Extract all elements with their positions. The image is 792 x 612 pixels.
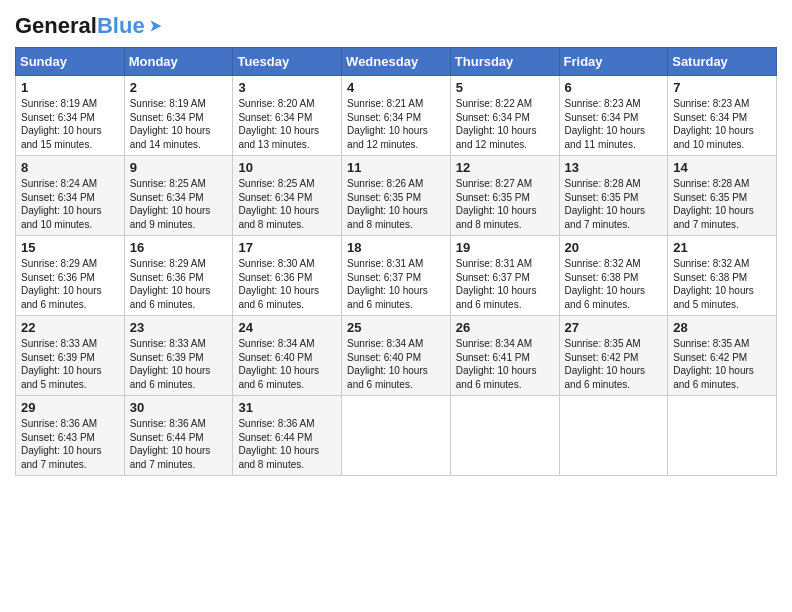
day-number: 10 (238, 160, 336, 175)
calendar-cell: 27Sunrise: 8:35 AMSunset: 6:42 PMDayligh… (559, 316, 668, 396)
calendar-cell: 1Sunrise: 8:19 AMSunset: 6:34 PMDaylight… (16, 76, 125, 156)
weekday-header-row: SundayMondayTuesdayWednesdayThursdayFrid… (16, 48, 777, 76)
day-number: 5 (456, 80, 554, 95)
day-info: Sunrise: 8:29 AMSunset: 6:36 PMDaylight:… (130, 257, 228, 311)
day-info: Sunrise: 8:28 AMSunset: 6:35 PMDaylight:… (565, 177, 663, 231)
day-info: Sunrise: 8:25 AMSunset: 6:34 PMDaylight:… (238, 177, 336, 231)
day-number: 22 (21, 320, 119, 335)
day-info: Sunrise: 8:23 AMSunset: 6:34 PMDaylight:… (673, 97, 771, 151)
calendar-cell: 11Sunrise: 8:26 AMSunset: 6:35 PMDayligh… (342, 156, 451, 236)
calendar-cell (342, 396, 451, 476)
day-info: Sunrise: 8:33 AMSunset: 6:39 PMDaylight:… (21, 337, 119, 391)
day-number: 2 (130, 80, 228, 95)
weekday-header: Friday (559, 48, 668, 76)
calendar-cell: 15Sunrise: 8:29 AMSunset: 6:36 PMDayligh… (16, 236, 125, 316)
calendar-cell: 8Sunrise: 8:24 AMSunset: 6:34 PMDaylight… (16, 156, 125, 236)
logo-text: GeneralBlue (15, 15, 145, 37)
day-info: Sunrise: 8:26 AMSunset: 6:35 PMDaylight:… (347, 177, 445, 231)
day-number: 25 (347, 320, 445, 335)
day-number: 17 (238, 240, 336, 255)
page-header: GeneralBlue (15, 15, 777, 37)
logo: GeneralBlue (15, 15, 165, 37)
day-info: Sunrise: 8:32 AMSunset: 6:38 PMDaylight:… (673, 257, 771, 311)
day-info: Sunrise: 8:30 AMSunset: 6:36 PMDaylight:… (238, 257, 336, 311)
calendar-cell: 10Sunrise: 8:25 AMSunset: 6:34 PMDayligh… (233, 156, 342, 236)
day-info: Sunrise: 8:34 AMSunset: 6:40 PMDaylight:… (347, 337, 445, 391)
calendar-cell: 29Sunrise: 8:36 AMSunset: 6:43 PMDayligh… (16, 396, 125, 476)
calendar-cell: 31Sunrise: 8:36 AMSunset: 6:44 PMDayligh… (233, 396, 342, 476)
calendar-cell (668, 396, 777, 476)
day-info: Sunrise: 8:19 AMSunset: 6:34 PMDaylight:… (21, 97, 119, 151)
day-info: Sunrise: 8:29 AMSunset: 6:36 PMDaylight:… (21, 257, 119, 311)
day-info: Sunrise: 8:31 AMSunset: 6:37 PMDaylight:… (347, 257, 445, 311)
calendar-cell: 18Sunrise: 8:31 AMSunset: 6:37 PMDayligh… (342, 236, 451, 316)
day-number: 14 (673, 160, 771, 175)
day-number: 11 (347, 160, 445, 175)
day-number: 9 (130, 160, 228, 175)
day-number: 23 (130, 320, 228, 335)
calendar-cell: 19Sunrise: 8:31 AMSunset: 6:37 PMDayligh… (450, 236, 559, 316)
day-number: 3 (238, 80, 336, 95)
day-number: 29 (21, 400, 119, 415)
calendar-cell: 6Sunrise: 8:23 AMSunset: 6:34 PMDaylight… (559, 76, 668, 156)
day-info: Sunrise: 8:35 AMSunset: 6:42 PMDaylight:… (565, 337, 663, 391)
day-number: 1 (21, 80, 119, 95)
day-info: Sunrise: 8:19 AMSunset: 6:34 PMDaylight:… (130, 97, 228, 151)
day-number: 24 (238, 320, 336, 335)
day-number: 6 (565, 80, 663, 95)
calendar-cell: 23Sunrise: 8:33 AMSunset: 6:39 PMDayligh… (124, 316, 233, 396)
day-info: Sunrise: 8:22 AMSunset: 6:34 PMDaylight:… (456, 97, 554, 151)
day-info: Sunrise: 8:23 AMSunset: 6:34 PMDaylight:… (565, 97, 663, 151)
calendar-cell (450, 396, 559, 476)
calendar-cell: 7Sunrise: 8:23 AMSunset: 6:34 PMDaylight… (668, 76, 777, 156)
calendar-cell: 24Sunrise: 8:34 AMSunset: 6:40 PMDayligh… (233, 316, 342, 396)
calendar-week-row: 8Sunrise: 8:24 AMSunset: 6:34 PMDaylight… (16, 156, 777, 236)
calendar-cell: 5Sunrise: 8:22 AMSunset: 6:34 PMDaylight… (450, 76, 559, 156)
calendar-week-row: 29Sunrise: 8:36 AMSunset: 6:43 PMDayligh… (16, 396, 777, 476)
calendar-cell: 26Sunrise: 8:34 AMSunset: 6:41 PMDayligh… (450, 316, 559, 396)
calendar-week-row: 22Sunrise: 8:33 AMSunset: 6:39 PMDayligh… (16, 316, 777, 396)
weekday-header: Monday (124, 48, 233, 76)
calendar-cell: 22Sunrise: 8:33 AMSunset: 6:39 PMDayligh… (16, 316, 125, 396)
calendar-cell: 4Sunrise: 8:21 AMSunset: 6:34 PMDaylight… (342, 76, 451, 156)
day-number: 30 (130, 400, 228, 415)
calendar-cell: 13Sunrise: 8:28 AMSunset: 6:35 PMDayligh… (559, 156, 668, 236)
day-number: 4 (347, 80, 445, 95)
day-info: Sunrise: 8:34 AMSunset: 6:41 PMDaylight:… (456, 337, 554, 391)
calendar-cell: 30Sunrise: 8:36 AMSunset: 6:44 PMDayligh… (124, 396, 233, 476)
calendar-week-row: 1Sunrise: 8:19 AMSunset: 6:34 PMDaylight… (16, 76, 777, 156)
calendar-table: SundayMondayTuesdayWednesdayThursdayFrid… (15, 47, 777, 476)
calendar-cell (559, 396, 668, 476)
weekday-header: Saturday (668, 48, 777, 76)
calendar-cell: 21Sunrise: 8:32 AMSunset: 6:38 PMDayligh… (668, 236, 777, 316)
day-number: 21 (673, 240, 771, 255)
day-info: Sunrise: 8:36 AMSunset: 6:44 PMDaylight:… (238, 417, 336, 471)
weekday-header: Tuesday (233, 48, 342, 76)
calendar-cell: 2Sunrise: 8:19 AMSunset: 6:34 PMDaylight… (124, 76, 233, 156)
day-number: 8 (21, 160, 119, 175)
day-info: Sunrise: 8:31 AMSunset: 6:37 PMDaylight:… (456, 257, 554, 311)
calendar-week-row: 15Sunrise: 8:29 AMSunset: 6:36 PMDayligh… (16, 236, 777, 316)
day-number: 13 (565, 160, 663, 175)
logo-icon (147, 17, 165, 35)
day-number: 19 (456, 240, 554, 255)
day-info: Sunrise: 8:21 AMSunset: 6:34 PMDaylight:… (347, 97, 445, 151)
day-number: 16 (130, 240, 228, 255)
day-number: 15 (21, 240, 119, 255)
weekday-header: Wednesday (342, 48, 451, 76)
calendar-cell: 14Sunrise: 8:28 AMSunset: 6:35 PMDayligh… (668, 156, 777, 236)
calendar-cell: 16Sunrise: 8:29 AMSunset: 6:36 PMDayligh… (124, 236, 233, 316)
calendar-cell: 17Sunrise: 8:30 AMSunset: 6:36 PMDayligh… (233, 236, 342, 316)
day-info: Sunrise: 8:36 AMSunset: 6:43 PMDaylight:… (21, 417, 119, 471)
day-number: 31 (238, 400, 336, 415)
day-number: 27 (565, 320, 663, 335)
day-number: 26 (456, 320, 554, 335)
day-number: 28 (673, 320, 771, 335)
calendar-cell: 3Sunrise: 8:20 AMSunset: 6:34 PMDaylight… (233, 76, 342, 156)
calendar-cell: 12Sunrise: 8:27 AMSunset: 6:35 PMDayligh… (450, 156, 559, 236)
day-info: Sunrise: 8:33 AMSunset: 6:39 PMDaylight:… (130, 337, 228, 391)
svg-marker-0 (150, 21, 161, 32)
calendar-cell: 20Sunrise: 8:32 AMSunset: 6:38 PMDayligh… (559, 236, 668, 316)
day-number: 7 (673, 80, 771, 95)
calendar-cell: 9Sunrise: 8:25 AMSunset: 6:34 PMDaylight… (124, 156, 233, 236)
